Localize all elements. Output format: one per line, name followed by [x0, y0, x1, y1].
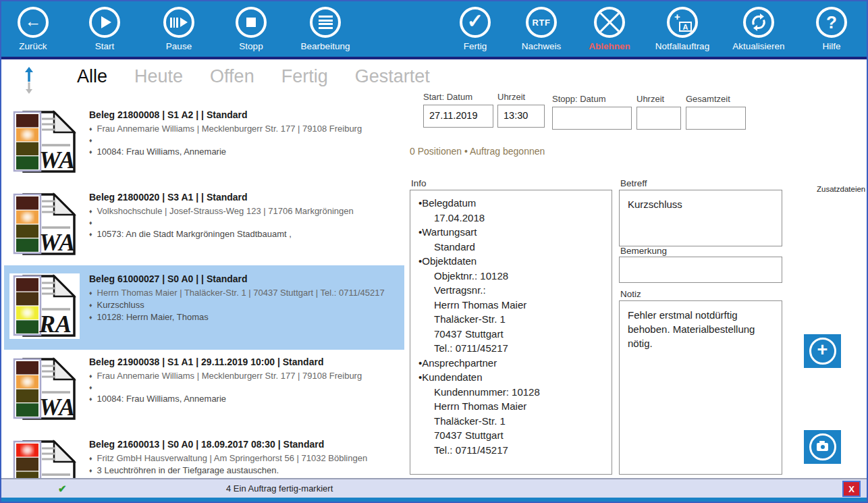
order-list-item-5[interactable]: WA Beleg 21600013 | S0 A0 | 18.09.2017 0…: [4, 433, 404, 479]
info-heading: •Ansprechpartner: [418, 356, 609, 371]
plus-icon: +: [809, 338, 836, 365]
order-list-item-4[interactable]: WA Beleg 21900038 | S1 A1 | 29.11.2019 1…: [4, 351, 404, 431]
order-detail-line: ♦10128: Herrn Maier, Thomas: [89, 312, 385, 322]
start-date-input[interactable]: 27.11.2019: [423, 105, 493, 128]
start-time-field: Uhrzeit 13:30: [497, 92, 545, 128]
betreff-label: Betreff: [620, 178, 647, 188]
lines-icon: [310, 7, 341, 38]
toolbar-button-label: Notfallauftrag: [649, 41, 716, 51]
cross-icon: [594, 7, 625, 38]
toolbar-button-label: Pause: [145, 41, 213, 51]
toolbar: ←ZurückStartPauseStoppBearbeitung✓Fertig…: [1, 1, 867, 59]
svg-text:WA: WA: [39, 229, 75, 256]
positions-status: 0 Positionen • Auftrag begonnen: [410, 146, 545, 157]
order-detail-line: ♦Herrn Thomas Maier | Thaläcker-Str. 1 |…: [89, 288, 385, 298]
svg-text:RA: RA: [38, 311, 72, 338]
toolbar-button-nachweis[interactable]: RTFNachweis: [508, 7, 575, 51]
diamond-bullet-icon: ♦: [89, 467, 92, 474]
svg-text:WA: WA: [39, 394, 75, 421]
info-value: Herrn Thomas Maier: [418, 298, 609, 313]
status-prefix: 4: [226, 483, 231, 494]
close-button[interactable]: X: [842, 481, 861, 497]
order-detail-line: ♦: [89, 136, 362, 144]
order-detail-line: ♦: [89, 383, 362, 392]
toolbar-button-aktualisieren[interactable]: Aktualisieren: [725, 7, 792, 51]
toolbar-button-label: Hilfe: [798, 41, 865, 51]
diamond-bullet-icon: ♦: [89, 396, 92, 402]
status-message: 4 Ein Auftrag fertig-markiert: [226, 483, 333, 494]
info-value: Vertragsnr.:: [418, 283, 609, 298]
order-detail-line: ♦: [89, 218, 354, 227]
order-title: Beleg 21900038 | S1 A1 | 29.11.2019 10:0…: [89, 356, 362, 367]
start-date-label: Start: Datum: [423, 92, 493, 102]
toolbar-button-label: Start: [71, 41, 138, 51]
play-icon: [89, 7, 120, 38]
toolbar-button-hilfe[interactable]: ?Hilfe: [798, 7, 865, 51]
info-heading: •Objektdaten: [418, 254, 609, 269]
document-type-icon: WA: [9, 109, 80, 175]
notiz-input[interactable]: Fehler erstmal notdürftig behoben. Mater…: [619, 300, 782, 475]
stop-time-field: Uhrzeit: [636, 94, 681, 130]
info-value: Herrn Thomas Maier: [418, 399, 609, 414]
order-detail-line: ♦3 Leuchtröhren in der Tiefgarage austau…: [89, 465, 367, 475]
toolbar-button-notfallauftrag[interactable]: +ANotfallauftrag: [649, 7, 716, 51]
order-title: Beleg 21600013 | S0 A0 | 18.09.2017 08:3…: [89, 439, 367, 450]
order-detail-line: ♦Frau Annemarie Williams | Mecklenburger…: [89, 124, 362, 134]
diamond-bullet-icon: ♦: [89, 149, 92, 155]
order-list-item-1[interactable]: WA Beleg 21800008 | S1 A2 | | Standard♦F…: [4, 104, 404, 184]
total-time-label: Gesamtzeit: [686, 94, 746, 104]
stop-time-input[interactable]: [636, 107, 681, 130]
order-list-item-2[interactable]: WA Beleg 21800020 | S3 A1 | | Standard♦V…: [4, 186, 404, 266]
toolbar-button-label: Stopp: [217, 41, 285, 51]
status-text: Ein Auftrag fertig-markiert: [234, 483, 333, 494]
svg-text:WA: WA: [39, 147, 75, 174]
toolbar-button-ablehnen[interactable]: Ablehnen: [576, 7, 643, 51]
diamond-bullet-icon: ♦: [89, 219, 92, 226]
info-value: Thaläcker-Str. 1: [418, 414, 609, 429]
total-time-input[interactable]: [686, 107, 746, 130]
start-time-input[interactable]: 13:30: [497, 105, 545, 128]
order-detail-line: ♦Fritz GmbH Hausverwaltung | Am Springer…: [89, 453, 367, 463]
order-text: Beleg 61000027 | S0 A0 | | Standard♦Herr…: [89, 273, 385, 322]
zusatzdateien-label: Zusatzdateien: [817, 185, 865, 193]
status-bar: ✔ 4 Ein Auftrag fertig-markiert X: [1, 478, 867, 498]
camera-button[interactable]: [804, 430, 841, 464]
info-value: Thaläcker-Str. 1: [418, 312, 609, 327]
diamond-bullet-icon: ♦: [89, 455, 92, 462]
order-detail-line: ♦10573: An die Stadt Markgröningen Stadt…: [89, 229, 354, 239]
toolbar-button-label: Fertig: [441, 41, 509, 51]
add-attachment-button[interactable]: +: [804, 334, 841, 368]
toolbar-button-stopp[interactable]: Stopp: [217, 7, 285, 51]
betreff-input[interactable]: Kurzschluss: [619, 190, 782, 246]
order-detail-line: ♦10084: Frau Williams, Annemarie: [89, 394, 362, 404]
diamond-bullet-icon: ♦: [89, 384, 92, 391]
diamond-bullet-icon: ♦: [89, 137, 92, 144]
toolbar-button-pause[interactable]: Pause: [145, 7, 213, 51]
start-time-label: Uhrzeit: [497, 92, 545, 102]
order-text: Beleg 21900038 | S1 A1 | 29.11.2019 10:0…: [89, 356, 362, 404]
document-type-icon: WA: [9, 356, 80, 422]
order-text: Beleg 21800008 | S1 A2 | | Standard♦Frau…: [89, 109, 362, 157]
info-heading: •Kundendaten: [418, 370, 609, 385]
document-type-icon: WA: [9, 439, 80, 479]
stop-date-input[interactable]: [552, 107, 632, 130]
toolbar-button-fertig[interactable]: ✓Fertig: [441, 7, 509, 51]
pause-icon: [163, 7, 194, 38]
order-list-item-3[interactable]: RA Beleg 61000027 | S0 A0 | | Standard♦H…: [4, 265, 404, 350]
start-date-field: Start: Datum 27.11.2019: [423, 92, 493, 128]
diamond-bullet-icon: ♦: [89, 290, 92, 296]
order-text: Beleg 21600013 | S0 A0 | 18.09.2017 08:3…: [89, 439, 367, 475]
document-type-icon: WA: [9, 192, 80, 257]
order-detail-line: ♦Kurzschluss: [89, 300, 385, 310]
document-type-icon: RA: [9, 273, 80, 339]
toolbar-button-bearbeitung[interactable]: Bearbeitung: [292, 7, 359, 51]
toolbar-button-zur-ck[interactable]: ←Zurück: [0, 7, 67, 51]
total-time-field: Gesamtzeit: [686, 94, 746, 130]
info-heading: •Wartungsart: [418, 225, 609, 240]
stop-icon: [236, 7, 267, 38]
diamond-bullet-icon: ♦: [89, 208, 92, 215]
bemerkung-input[interactable]: [619, 257, 782, 283]
toolbar-button-label: Aktualisieren: [725, 41, 792, 51]
toolbar-button-start[interactable]: Start: [71, 7, 138, 51]
info-value: 70437 Stuttgart: [418, 428, 609, 443]
